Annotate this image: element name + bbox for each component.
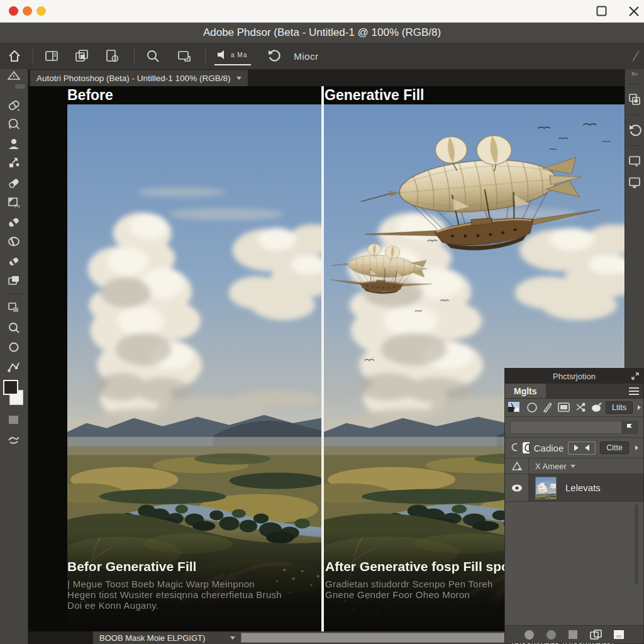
arrange-documents-button[interactable] bbox=[72, 47, 91, 65]
flag-icon bbox=[625, 423, 634, 431]
ellipse-shape-tool-button[interactable] bbox=[5, 233, 23, 250]
fill-circle-icon[interactable] bbox=[524, 630, 535, 640]
mask-mode-select[interactable]: BOOB Mask Moie ELPGIGT) bbox=[93, 633, 235, 643]
pen-icon[interactable] bbox=[541, 401, 554, 414]
circle-icon bbox=[6, 340, 21, 355]
layers-copy-tool-button[interactable] bbox=[5, 272, 23, 289]
gray-square-icon[interactable] bbox=[568, 630, 578, 640]
zoom-tool-button[interactable] bbox=[5, 319, 23, 336]
eraser-tool-button-3[interactable] bbox=[5, 214, 23, 230]
tab-layers[interactable]: Mglts bbox=[505, 384, 546, 398]
chevron-down-icon bbox=[230, 636, 235, 640]
export-device-button[interactable] bbox=[626, 174, 643, 191]
alpha-triangle-icon[interactable] bbox=[511, 461, 523, 471]
pen-path-icon bbox=[6, 359, 21, 374]
undo-button[interactable] bbox=[265, 47, 284, 65]
layers-panel: Phctsrjotion Mglts Ltits bbox=[504, 368, 644, 644]
gray-square-icon bbox=[7, 414, 21, 426]
create-button[interactable]: Citte bbox=[600, 441, 629, 454]
share-button[interactable] bbox=[175, 47, 194, 65]
traffic-zoom-button[interactable] bbox=[36, 6, 46, 16]
move-icon bbox=[6, 156, 21, 171]
panels-button[interactable] bbox=[42, 47, 61, 65]
eraser-icon bbox=[6, 97, 21, 113]
blend-mode-icon[interactable] bbox=[521, 441, 530, 455]
prev-icon[interactable] bbox=[585, 445, 589, 451]
image-icon[interactable] bbox=[557, 401, 571, 414]
eraser-tool-button[interactable] bbox=[5, 97, 23, 113]
panel-menu-icon[interactable] bbox=[628, 387, 640, 396]
audio-control[interactable]: a Ma bbox=[214, 47, 251, 65]
layer-row[interactable]: Lelevats bbox=[505, 474, 643, 502]
cut-icon[interactable] bbox=[574, 401, 587, 414]
layer-row-main[interactable]: Lelevats bbox=[529, 474, 643, 501]
before-title: Before bbox=[67, 87, 113, 104]
traffic-close-button[interactable] bbox=[9, 6, 18, 16]
restore-button[interactable] bbox=[596, 5, 608, 19]
layer-comps-button[interactable] bbox=[626, 91, 643, 108]
document-history-button[interactable] bbox=[103, 47, 121, 65]
panel-controls-row: Cadioe Citte bbox=[505, 438, 643, 458]
blob-brush-icon[interactable] bbox=[590, 401, 602, 414]
layer-thumbnail[interactable] bbox=[535, 477, 557, 499]
warning-icon bbox=[7, 70, 21, 80]
strip-divider bbox=[627, 84, 642, 84]
search-button[interactable] bbox=[143, 47, 162, 65]
eraser-tool-button-2[interactable] bbox=[5, 175, 23, 191]
panels-icon bbox=[44, 48, 59, 64]
close-button[interactable] bbox=[628, 5, 640, 20]
quick-mask-button[interactable] bbox=[5, 412, 23, 428]
document-tab[interactable]: Autotri Photoshop (Beta) - Untilled-1 10… bbox=[30, 70, 248, 86]
history-button[interactable] bbox=[626, 122, 643, 138]
layer-comps-icon bbox=[628, 92, 641, 106]
frame-icon: Po bbox=[6, 195, 21, 210]
strip-divider bbox=[627, 114, 642, 115]
circle-shape-tool-button[interactable] bbox=[5, 339, 23, 355]
home-button[interactable] bbox=[5, 47, 24, 65]
comments-button[interactable] bbox=[626, 153, 643, 169]
filter-amount[interactable]: X Ameer bbox=[535, 462, 575, 471]
pen-tool-button[interactable] bbox=[5, 358, 23, 375]
filter-amount-label: X Ameer bbox=[535, 462, 567, 471]
zoom-lasso-tool-button[interactable] bbox=[5, 116, 23, 133]
move-tool-button[interactable] bbox=[5, 155, 23, 172]
panel-header[interactable]: Phctsrjotion bbox=[505, 369, 643, 384]
app-title-strip: Adobe Phdsor (Beta - Untitled-1 @ 100% (… bbox=[0, 23, 644, 43]
document-clock-icon bbox=[104, 48, 119, 64]
before-caption-line: Hegen tiost Wusiter etesiqnna chererfiet… bbox=[67, 589, 319, 600]
history-icon bbox=[628, 123, 641, 137]
panel-search-input[interactable] bbox=[510, 421, 638, 434]
panel-handle[interactable] bbox=[15, 84, 25, 89]
white-swatch-icon[interactable] bbox=[613, 630, 625, 640]
traffic-minimize-button[interactable] bbox=[23, 6, 32, 16]
copy-squares-icon bbox=[6, 301, 21, 316]
ellipse-band-icon bbox=[6, 234, 21, 249]
foreground-color-swatch[interactable] bbox=[3, 380, 18, 395]
new-layer-icon[interactable] bbox=[589, 630, 602, 640]
visibility-cell[interactable] bbox=[505, 474, 529, 501]
fill-circle-icon-2[interactable] bbox=[546, 630, 557, 640]
luts-button[interactable]: Ltits bbox=[606, 401, 633, 414]
duplicate-tool-button[interactable] bbox=[5, 300, 23, 316]
adjustment-circle-icon[interactable] bbox=[526, 401, 538, 414]
next-icon[interactable] bbox=[574, 445, 579, 451]
before-image[interactable] bbox=[67, 104, 321, 631]
panel-filter-icons: Ltits bbox=[505, 399, 643, 417]
search-icon[interactable] bbox=[510, 441, 517, 454]
eraser-icon bbox=[6, 175, 21, 191]
hand-tool-button[interactable] bbox=[5, 431, 23, 448]
luts-button-label: Ltits bbox=[612, 403, 626, 412]
collapse-panel-icon[interactable] bbox=[631, 372, 640, 380]
stacked-documents-icon bbox=[74, 48, 89, 64]
frame-tool-button[interactable]: Po bbox=[5, 194, 23, 211]
eraser-tool-button-4[interactable] bbox=[5, 253, 23, 269]
user-tool-button[interactable] bbox=[5, 136, 23, 152]
options-toolbar: a Ma Miocr bbox=[0, 43, 644, 69]
scrollbar[interactable] bbox=[635, 504, 638, 585]
toolbar-divider bbox=[205, 48, 206, 64]
layers-copy-icon bbox=[6, 273, 21, 288]
pixel-filter-icon[interactable] bbox=[508, 401, 523, 414]
fg-bg-color-swatches[interactable] bbox=[3, 380, 25, 409]
lasso-magnifier-icon bbox=[6, 117, 21, 132]
input-icon-cell[interactable] bbox=[621, 421, 638, 433]
